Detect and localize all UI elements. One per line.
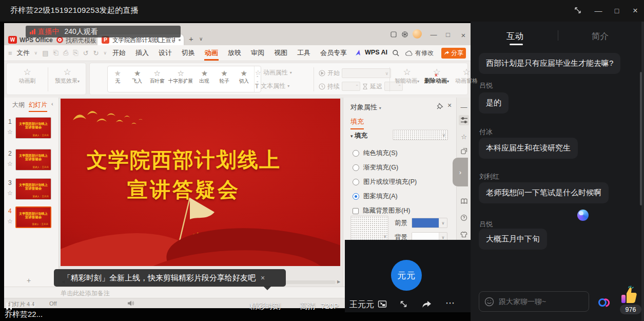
minimize-button[interactable]: — [593, 6, 603, 15]
tab-introduction[interactable]: 简介 [592, 31, 609, 42]
smart-animation-button[interactable]: ☆ 智能动画▾ [393, 68, 421, 85]
speaker-icon[interactable] [127, 300, 134, 307]
effect-appear[interactable]: ★出现 [194, 66, 214, 92]
forward-share-icon[interactable] [422, 300, 432, 308]
fill-style-dropdown[interactable]: ∨ [393, 129, 448, 140]
effect-none[interactable]: ★无 [108, 66, 127, 92]
fill-section-header[interactable]: ▾ 填充 [350, 131, 367, 140]
save-icon[interactable]: ▤ [42, 49, 48, 57]
help-rail-icon[interactable] [459, 213, 469, 223]
tab-transition[interactable]: 切换 [181, 45, 196, 61]
slide-star-icon[interactable]: ☆ [7, 128, 13, 136]
effect-wheel[interactable]: ★轮子 [214, 66, 234, 92]
fullscreen-expand-icon[interactable] [399, 300, 408, 308]
delete-animation-button[interactable]: ☆× 删除动画▾ [422, 68, 451, 85]
account-avatar[interactable] [413, 29, 422, 39]
animation-pane-button[interactable]: ☆ 动画窗格 [453, 68, 480, 85]
like-button[interactable] [618, 286, 638, 305]
hscroll-right-arrow[interactable]: ▶ [337, 279, 340, 284]
slide-thumbnail-1[interactable]: 文学院西部计划线上宣讲答疑会宣讲人：王元元 [15, 117, 51, 139]
close-properties-icon[interactable]: × [447, 101, 452, 109]
shapes-rail-icon[interactable] [459, 146, 469, 156]
tab-insert[interactable]: 插入 [135, 45, 149, 61]
slide-thumbnail-3[interactable]: 文学院西部计划线上宣讲答疑会宣讲人：王元元 [15, 178, 51, 200]
hamburger-icon[interactable]: ≡ [8, 49, 12, 57]
modified-status[interactable]: 有修改 [405, 49, 434, 58]
wps-ai-button[interactable]: WPS AI [355, 49, 387, 56]
new-slide-button[interactable]: + [27, 276, 31, 285]
animation-brush-button[interactable]: ☆ 动画刷 [11, 68, 44, 85]
maximize-button[interactable]: □ [612, 6, 622, 15]
tab-member[interactable]: 会员专享 [320, 45, 347, 61]
fullscreen-toggle-icon[interactable] [574, 6, 584, 14]
solid-fill-option[interactable]: 纯色填充(S) [353, 149, 398, 158]
properties-rail-icon[interactable] [459, 115, 469, 125]
slides-tab[interactable]: 幻灯片 [29, 101, 47, 112]
slide-thumbnail-2[interactable]: 文学院西部计划线上宣讲答疑会宣讲人：王元元 [15, 149, 51, 171]
start-dropdown[interactable]: ∨ [342, 68, 391, 78]
effect-blinds[interactable]: ☆百叶窗 [147, 66, 167, 92]
tab-view[interactable]: 视图 [274, 45, 288, 61]
slide-star-icon[interactable]: ☆ [7, 218, 13, 225]
pause-button[interactable] [6, 303, 12, 310]
animation-property-button[interactable]: ☆ 动画属性 ▾ [255, 68, 292, 77]
picture-fill-option[interactable]: 图片或纹理填充(P) [353, 178, 417, 186]
collapse-panel-icon[interactable]: ‹ [51, 101, 53, 107]
picture-in-picture-icon[interactable] [378, 300, 387, 308]
refresh-button[interactable]: ↻ [29, 300, 36, 311]
more-options-icon[interactable]: ⋯ [445, 297, 455, 309]
pattern-preview-dropdown[interactable]: ∨ [350, 216, 388, 240]
hide-background-checkbox[interactable]: 隐藏背景图形(H) [353, 206, 410, 215]
slide-thumbnail-4-selected[interactable]: 文学院西部计划线上宣讲答疑会宣讲人：王元元 [15, 206, 51, 228]
chat-input-bar[interactable] [479, 291, 589, 312]
workspace-icon[interactable] [390, 31, 399, 38]
highlight-moments-button[interactable]: 精彩时刻 [250, 301, 281, 311]
preview-icon[interactable]: ⎘ [73, 49, 78, 57]
wps-close-icon[interactable]: × [459, 31, 468, 40]
pattern-fill-option-selected[interactable]: 图案填充(A) [353, 192, 398, 201]
toast-close-icon[interactable]: × [261, 274, 265, 282]
wardrobe-rail-icon[interactable] [459, 229, 469, 239]
close-button[interactable]: × [630, 6, 640, 15]
tab-tools[interactable]: 工具 [297, 45, 311, 61]
share-button[interactable]: 分享 [441, 48, 466, 59]
interactive-link-icon[interactable] [597, 295, 611, 309]
slide-star-icon[interactable]: ☆ [7, 160, 13, 167]
redo-icon[interactable]: ↻ [93, 49, 99, 57]
search-icon[interactable] [392, 49, 400, 57]
apps-cube-icon[interactable] [401, 31, 411, 38]
new-tab-button[interactable]: + [189, 34, 193, 43]
outline-tab[interactable]: 大纲 [12, 101, 25, 109]
chat-scrollbar[interactable] [640, 72, 642, 205]
guide-rail-icon[interactable] [459, 196, 469, 206]
tab-interaction[interactable]: 互动 [506, 31, 523, 42]
foreground-color-dropdown[interactable]: ∨ [412, 218, 447, 228]
preview-effect-button[interactable]: ☆ 预览效果▾ [50, 68, 85, 85]
output-icon[interactable]: ⎗ [53, 49, 58, 57]
quality-selector[interactable]: 高清 720P [300, 301, 339, 311]
panel-collapse-handle[interactable]: › [453, 158, 468, 186]
fill-tab[interactable]: 填充 [350, 117, 364, 129]
tab-design[interactable]: 设计 [158, 45, 172, 61]
slide-star-icon[interactable]: ☆ [7, 190, 13, 197]
docer-tab[interactable]: 找稻壳模板 [66, 36, 96, 45]
wps-minimize-icon[interactable]: — [429, 31, 438, 39]
collapse-rail-icon[interactable]: — [459, 102, 469, 112]
effect-cut-in[interactable]: ★切入 [234, 66, 253, 92]
gradient-fill-option[interactable]: 渐变填充(G) [353, 163, 398, 172]
tab-review[interactable]: 审阅 [250, 45, 265, 61]
file-menu[interactable]: 文件 [17, 49, 30, 58]
effects-rail-icon[interactable]: ☆ [459, 131, 469, 142]
toolbar-chevron-icon[interactable]: ∨ [104, 50, 107, 55]
tab-animation[interactable]: 动画 [204, 45, 219, 61]
slide-canvas[interactable]: 文学院西部计划线上 宣讲答疑会 宣讲人： 王元元 [61, 99, 340, 266]
wps-restore-icon[interactable]: □ [443, 31, 453, 39]
tab-home[interactable]: 开始 [112, 45, 126, 61]
print-icon[interactable]: ⎙ [63, 49, 68, 57]
tab-list-chevron-icon[interactable]: ∨ [199, 36, 203, 42]
emoji-icon[interactable] [484, 297, 494, 307]
tab-slideshow[interactable]: 放映 [227, 45, 242, 61]
pin-icon[interactable] [437, 103, 443, 109]
effect-cross-expand[interactable]: ☆十字形扩展 [167, 66, 194, 92]
undo-icon[interactable]: ↺ [83, 49, 89, 57]
